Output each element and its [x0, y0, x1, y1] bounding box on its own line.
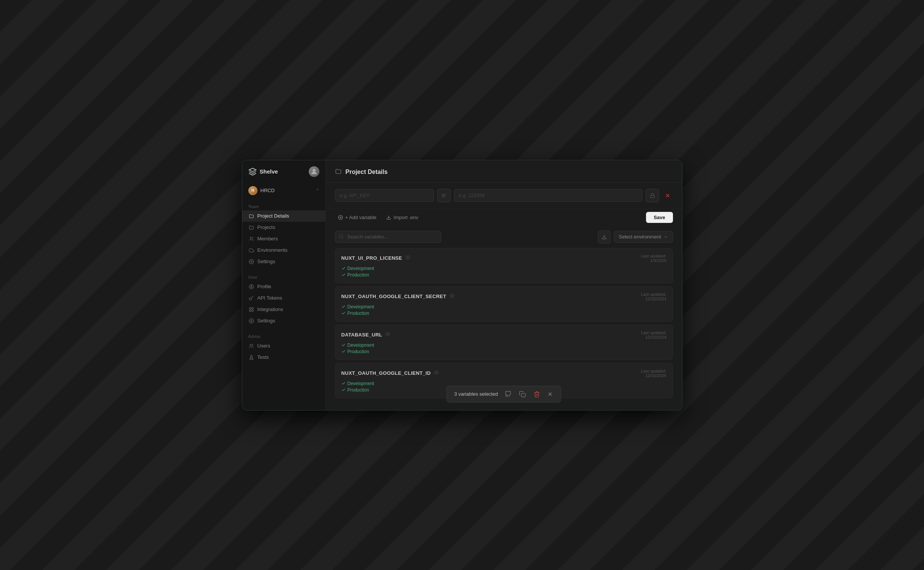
user-section-label: User	[242, 272, 325, 281]
variable-card: NUXT_OAUTH_GOOGLE_CLIENT_SECRET Last upd…	[335, 286, 673, 322]
svg-point-11	[250, 344, 251, 346]
workspace-selector[interactable]: H HRCD ⌃	[242, 183, 325, 198]
check-icon	[341, 273, 346, 277]
selection-bar: 3 variables selected	[446, 386, 561, 403]
add-variable-button[interactable]: + Add variable	[335, 212, 380, 223]
env-tag-development: Development	[341, 266, 667, 271]
lock-button[interactable]	[646, 189, 659, 202]
workspace-chevron-icon: ⌃	[316, 188, 319, 193]
sidebar-item-api-tokens[interactable]: API Tokens	[242, 292, 325, 304]
search-input[interactable]	[335, 231, 441, 243]
sidebar-item-label: Integrations	[257, 306, 283, 312]
variable-name: NUXT_UI_PRO_LICENSE	[341, 255, 402, 261]
last-updated: Last updated: 12/10/2024	[641, 369, 667, 378]
env-tags: Development Production	[341, 343, 667, 354]
svg-point-22	[339, 234, 343, 238]
workspace-avatar: H	[248, 186, 257, 195]
folder-icon	[248, 213, 254, 219]
github-button[interactable]	[504, 390, 512, 398]
search-row: Select environment	[326, 227, 682, 248]
users-icon	[248, 236, 254, 242]
env-tag-development: Development	[341, 381, 667, 386]
github-icon	[505, 391, 512, 398]
sidebar-item-project-details[interactable]: Project Details	[242, 210, 325, 222]
sidebar-item-label: Settings	[257, 318, 275, 324]
team-section-label: Team	[242, 201, 325, 210]
sidebar-item-label: Users	[257, 343, 270, 349]
variable-card-header: DATABASE_URL Last updated: 12/10/2024	[341, 330, 667, 339]
sidebar-item-profile[interactable]: Profile	[242, 281, 325, 292]
svg-rect-29	[522, 393, 526, 397]
svg-line-23	[342, 237, 343, 238]
variable-value-input[interactable]	[454, 189, 643, 202]
env-tag-production: Production	[341, 349, 667, 354]
grid-icon	[248, 306, 254, 313]
sidebar-item-label: Tests	[257, 354, 269, 360]
app-name: Shelve	[260, 168, 278, 175]
svg-point-10	[251, 320, 252, 322]
svg-point-0	[313, 169, 315, 172]
selection-count: 3 variables selected	[454, 391, 498, 397]
user-avatar[interactable]	[309, 166, 319, 177]
sidebar-item-settings-user[interactable]: Settings	[242, 315, 325, 327]
copy-icon	[519, 391, 526, 398]
eye-icon[interactable]	[405, 255, 411, 262]
workspace-name: HRCD	[261, 188, 313, 193]
page-title: Project Details	[346, 169, 388, 175]
sidebar-item-label: Members	[257, 236, 278, 242]
sidebar-item-label: Projects	[257, 224, 275, 230]
sidebar-logo: Shelve	[248, 167, 278, 176]
last-updated: Last updated: 12/10/2024	[641, 330, 667, 339]
svg-point-1	[250, 237, 251, 238]
svg-point-4	[251, 285, 252, 287]
variable-input-row	[326, 183, 682, 209]
variable-name-row: DATABASE_URL	[341, 332, 391, 338]
svg-point-5	[249, 297, 251, 300]
svg-point-27	[387, 333, 389, 335]
admin-section-label: Admin	[242, 331, 325, 340]
delete-input-row-button[interactable]	[662, 190, 673, 201]
save-button[interactable]: Save	[646, 212, 673, 223]
variable-card: NUXT_UI_PRO_LICENSE Last updated: 1/9/20…	[335, 248, 673, 283]
download-icon	[386, 215, 391, 220]
env-tag-development: Development	[341, 304, 667, 309]
variable-card: DATABASE_URL Last updated: 12/10/2024 De…	[335, 325, 673, 360]
variable-card-header: NUXT_UI_PRO_LICENSE Last updated: 1/9/20…	[341, 254, 667, 263]
variable-name-row: NUXT_OAUTH_GOOGLE_CLIENT_SECRET	[341, 293, 455, 300]
variable-key-input[interactable]	[335, 189, 434, 202]
check-icon	[341, 266, 346, 270]
copy-button[interactable]	[518, 390, 527, 398]
eye-icon[interactable]	[434, 370, 439, 377]
last-updated: Last updated: 12/10/2024	[641, 292, 667, 301]
main-header: Project Details	[326, 160, 682, 183]
eye-icon[interactable]	[385, 332, 390, 338]
action-row: + Add variable Import .env Save	[326, 209, 682, 227]
users-icon	[248, 343, 254, 349]
select-environment-button[interactable]: Select environment	[614, 231, 673, 243]
sidebar-item-users[interactable]: Users	[242, 340, 325, 352]
plus-icon	[338, 215, 343, 220]
delete-selected-button[interactable]	[533, 390, 541, 398]
sidebar-item-projects[interactable]: Projects	[242, 222, 325, 233]
eye-icon[interactable]	[449, 293, 455, 300]
sidebar-item-members[interactable]: Members	[242, 233, 325, 245]
sidebar-item-environments[interactable]: Environments	[242, 245, 325, 256]
import-env-button[interactable]: Import .env	[382, 212, 422, 223]
sidebar-item-integrations[interactable]: Integrations	[242, 304, 325, 315]
flask-icon	[248, 354, 254, 360]
folder-icon	[248, 224, 254, 231]
check-icon	[341, 343, 346, 347]
user-avatar-icon	[310, 168, 318, 175]
sidebar-item-label: Project Details	[257, 213, 289, 219]
variable-format-btn[interactable]	[437, 189, 451, 202]
download-button[interactable]	[598, 231, 611, 243]
trash-icon	[534, 391, 540, 398]
close-selection-button[interactable]	[547, 391, 553, 397]
chevron-down-icon	[663, 235, 668, 239]
variable-name-row: NUXT_OAUTH_GOOGLE_CLIENT_ID	[341, 370, 439, 377]
sidebar-item-settings-team[interactable]: Settings	[242, 256, 325, 267]
sidebar-item-tests[interactable]: Tests	[242, 352, 325, 363]
svg-rect-8	[249, 310, 251, 311]
env-tag-production: Production	[341, 272, 667, 278]
svg-point-28	[436, 372, 437, 373]
